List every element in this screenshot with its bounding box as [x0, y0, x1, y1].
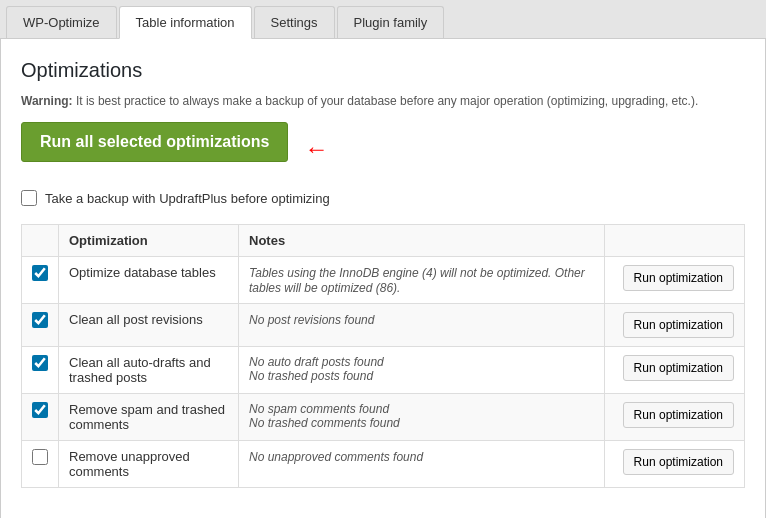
- main-content: Optimizations Warning: It is best practi…: [0, 39, 766, 518]
- run-optimization-button-0[interactable]: Run optimization: [623, 265, 734, 291]
- run-all-row: Run all selected optimizations ←: [21, 122, 745, 176]
- run-optimization-button-2[interactable]: Run optimization: [623, 355, 734, 381]
- optimization-notes: No auto draft posts foundNo trashed post…: [239, 347, 605, 394]
- col-header-check: [22, 225, 59, 257]
- row-checkbox-3[interactable]: [32, 402, 48, 418]
- optimization-notes: No unapproved comments found: [239, 441, 605, 488]
- table-row: Clean all auto-drafts and trashed postsN…: [22, 347, 745, 394]
- table-row: Clean all post revisionsNo post revision…: [22, 304, 745, 347]
- run-optimization-button-3[interactable]: Run optimization: [623, 402, 734, 428]
- optimization-name: Clean all post revisions: [59, 304, 239, 347]
- section-title: Optimizations: [21, 59, 745, 82]
- row-checkbox-1[interactable]: [32, 312, 48, 328]
- col-header-optimization: Optimization: [59, 225, 239, 257]
- run-optimization-button-1[interactable]: Run optimization: [623, 312, 734, 338]
- col-header-action: [605, 225, 745, 257]
- optimization-action: Run optimization: [605, 347, 745, 394]
- table-row: Remove unapproved commentsNo unapproved …: [22, 441, 745, 488]
- backup-label: Take a backup with UpdraftPlus before op…: [45, 191, 330, 206]
- optimization-notes: Tables using the InnoDB engine (4) will …: [239, 257, 605, 304]
- optimization-action: Run optimization: [605, 394, 745, 441]
- backup-row: Take a backup with UpdraftPlus before op…: [21, 190, 745, 206]
- optimization-name: Clean all auto-drafts and trashed posts: [59, 347, 239, 394]
- tab-wp-optimize[interactable]: WP-Optimize: [6, 6, 117, 38]
- backup-checkbox[interactable]: [21, 190, 37, 206]
- optimization-action: Run optimization: [605, 257, 745, 304]
- col-header-notes: Notes: [239, 225, 605, 257]
- optimization-action: Run optimization: [605, 304, 745, 347]
- optimizations-table: Optimization Notes Optimize database tab…: [21, 224, 745, 488]
- optimization-name: Remove unapproved comments: [59, 441, 239, 488]
- optimization-action: Run optimization: [605, 441, 745, 488]
- row-checkbox-0[interactable]: [32, 265, 48, 281]
- optimization-name: Remove spam and trashed comments: [59, 394, 239, 441]
- optimization-notes: No post revisions found: [239, 304, 605, 347]
- row-checkbox-4[interactable]: [32, 449, 48, 465]
- tab-settings[interactable]: Settings: [254, 6, 335, 38]
- tab-bar: WP-Optimize Table information Settings P…: [0, 0, 766, 39]
- optimization-name: Optimize database tables: [59, 257, 239, 304]
- run-all-button[interactable]: Run all selected optimizations: [21, 122, 288, 162]
- table-row: Remove spam and trashed commentsNo spam …: [22, 394, 745, 441]
- tab-plugin-family[interactable]: Plugin family: [337, 6, 445, 38]
- warning-bold: Warning:: [21, 94, 73, 108]
- run-optimization-button-4[interactable]: Run optimization: [623, 449, 734, 475]
- arrow-icon: ←: [304, 137, 328, 161]
- row-checkbox-2[interactable]: [32, 355, 48, 371]
- tab-table-information[interactable]: Table information: [119, 6, 252, 39]
- table-row: Optimize database tablesTables using the…: [22, 257, 745, 304]
- warning-text: Warning: It is best practice to always m…: [21, 94, 745, 108]
- optimization-notes: No spam comments foundNo trashed comment…: [239, 394, 605, 441]
